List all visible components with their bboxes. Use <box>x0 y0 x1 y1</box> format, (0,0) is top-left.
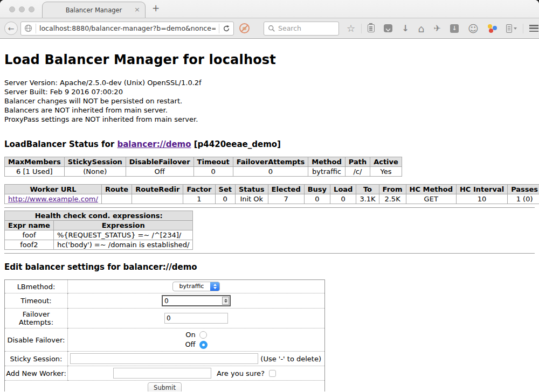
table-header-row: Expr name Expression <box>5 221 193 230</box>
timeout-input[interactable] <box>163 297 222 305</box>
edit-balancer-form: LBmethod: bytraffic Timeout: <box>4 279 325 391</box>
lbmethod-label: LBmethod: <box>5 280 68 293</box>
edit-balancer-heading: Edit balancer settings for balancer://de… <box>4 262 535 272</box>
battery-extension-icon[interactable] <box>506 24 517 33</box>
bookmark-star-icon[interactable]: ☆ <box>347 24 355 33</box>
table-row: 6 [1 Used] (None) Off 0 0 bytraffic /c/ … <box>5 167 402 177</box>
submit-button[interactable]: Submit <box>148 382 182 391</box>
table-row: foof %{REQUEST_STATUS} =~ /^[234]/ <box>5 230 193 240</box>
table-row: foof2 hc('body') =~ /domain is establish… <box>5 240 193 250</box>
disable-failover-on-radio[interactable] <box>199 331 207 339</box>
tab-close-icon[interactable]: × <box>134 5 140 14</box>
globe-icon <box>24 24 32 32</box>
proxypass-notice-line: ProxyPass settings are NOT inherited fro… <box>4 115 535 124</box>
back-button[interactable]: ← <box>4 22 18 35</box>
failover-attempts-row: Failover Attempts: <box>5 309 325 328</box>
radio-on-label: On <box>185 331 195 339</box>
home-icon[interactable]: ⌂ <box>418 24 425 33</box>
timeout-label: Timeout: <box>5 293 68 309</box>
page-title: Load Balancer Manager for localhost <box>4 39 535 67</box>
add-worker-label: Add New Worker: <box>5 366 68 381</box>
content-blocked-icon[interactable] <box>239 23 250 33</box>
are-you-sure-checkbox[interactable] <box>269 370 276 377</box>
downloads-icon[interactable]: ↓ <box>402 24 409 33</box>
send-tab-icon[interactable]: ✈ <box>434 24 441 33</box>
tab-balancer-manager[interactable]: Balancer Manager × <box>42 2 146 18</box>
nav-toolbar: ← localhost:8880/balancer-manager?b=demo… <box>0 18 539 39</box>
lbmethod-select[interactable]: bytraffic <box>172 282 220 291</box>
timeout-stepper[interactable] <box>162 295 231 306</box>
feedback-smiley-icon[interactable]: ☺ <box>468 24 479 33</box>
toolbar-separator-2 <box>523 24 523 33</box>
minimize-window-button[interactable] <box>19 6 25 12</box>
add-worker-row: Add New Worker: Are you sure? <box>5 366 325 381</box>
search-input[interactable] <box>278 24 332 32</box>
loadbalancer-status-heading: LoadBalancer Status for balancer://demo … <box>4 139 535 149</box>
toolbar-separator <box>361 24 362 33</box>
server-info: Server Version: Apache/2.5.0-dev (Unix) … <box>4 78 535 124</box>
failover-attempts-label: Failover Attempts: <box>5 309 68 328</box>
browser-window: Balancer Manager × + ← localhost:8880/ba… <box>0 0 539 392</box>
sticky-session-row: Sticky Session: (Use '-' to delete) <box>5 352 325 366</box>
persist-notice-line: Balancer changes will NOT be persisted o… <box>4 96 535 106</box>
disable-failover-row: Disable Failover: On Off <box>5 328 325 352</box>
close-window-button[interactable] <box>9 6 15 12</box>
health-check-table: Health check cond. expressions: Expr nam… <box>4 211 193 250</box>
title-bar: Balancer Manager × + <box>0 0 539 18</box>
timeout-row: Timeout: <box>5 293 325 309</box>
add-worker-input[interactable] <box>113 368 211 379</box>
number-spinner-icon[interactable] <box>222 297 229 305</box>
save-page-icon[interactable]: ↓ <box>450 24 459 33</box>
url-bar[interactable]: localhost:8880/balancer-manager?b=demo&n… <box>20 22 234 36</box>
zoom-window-button[interactable] <box>29 6 34 12</box>
worker-url-link[interactable]: http://www.example.com/ <box>8 195 98 203</box>
submit-row: Submit <box>5 381 325 392</box>
disable-failover-label: Disable Failover: <box>5 328 68 352</box>
chevron-down-icon <box>514 27 517 30</box>
window-controls[interactable] <box>9 6 34 12</box>
pocket-icon[interactable] <box>384 24 392 32</box>
menu-icon[interactable] <box>529 25 538 32</box>
divider <box>4 207 535 208</box>
table-header-row: MaxMembers StickySession DisableFailover… <box>5 157 402 167</box>
page-content: Load Balancer Manager for localhost Serv… <box>0 39 539 391</box>
failover-attempts-input[interactable] <box>164 313 228 324</box>
colored-dots-extension-icon[interactable] <box>488 24 497 33</box>
table-row: http://www.example.com/ 1 0 Init Ok 7 0 … <box>5 194 539 204</box>
server-built-line: Server Built: Feb 9 2016 07:00:20 <box>4 87 535 96</box>
divider <box>4 253 535 254</box>
search-icon <box>268 25 275 32</box>
are-you-sure-label: Are you sure? <box>217 369 265 377</box>
select-stepper-icon <box>210 282 219 291</box>
balancer-status-table: MaxMembers StickySession DisableFailover… <box>4 157 402 177</box>
table-header-row: Worker URL Route RouteRedir Factor Set S… <box>5 185 539 194</box>
server-version-line: Server Version: Apache/2.5.0-dev (Unix) … <box>4 78 535 87</box>
lbmethod-row: LBmethod: bytraffic <box>5 280 325 293</box>
url-text[interactable]: localhost:8880/balancer-manager?b=demo&n… <box>39 24 216 32</box>
table-title-row: Health check cond. expressions: <box>5 211 193 221</box>
toolbar-icons: ☆ ↓ ⌂ ✈ ↓ ☺ <box>347 24 539 33</box>
balancer-demo-link[interactable]: balancer://demo <box>117 139 191 149</box>
urlbar-separator-2 <box>219 24 219 33</box>
worker-status-table: Worker URL Route RouteRedir Factor Set S… <box>4 184 539 204</box>
disable-failover-off-radio[interactable] <box>199 341 208 349</box>
lbmethod-selected-value: bytraffic <box>173 282 210 291</box>
reading-list-icon[interactable] <box>368 24 375 32</box>
sticky-session-hint: (Use '-' to delete) <box>260 355 321 363</box>
search-bar[interactable] <box>264 22 339 36</box>
sticky-session-input[interactable] <box>70 353 258 364</box>
balancers-notice-line: Balancers are NOT inherited from main se… <box>4 106 535 115</box>
tab-title: Balancer Manager <box>66 6 122 14</box>
urlbar-separator <box>36 24 36 33</box>
sticky-session-label: Sticky Session: <box>5 352 68 366</box>
radio-off-label: Off <box>185 340 195 349</box>
new-tab-button[interactable]: + <box>152 3 160 13</box>
reload-icon[interactable] <box>223 25 230 32</box>
back-icon: ← <box>8 24 15 33</box>
